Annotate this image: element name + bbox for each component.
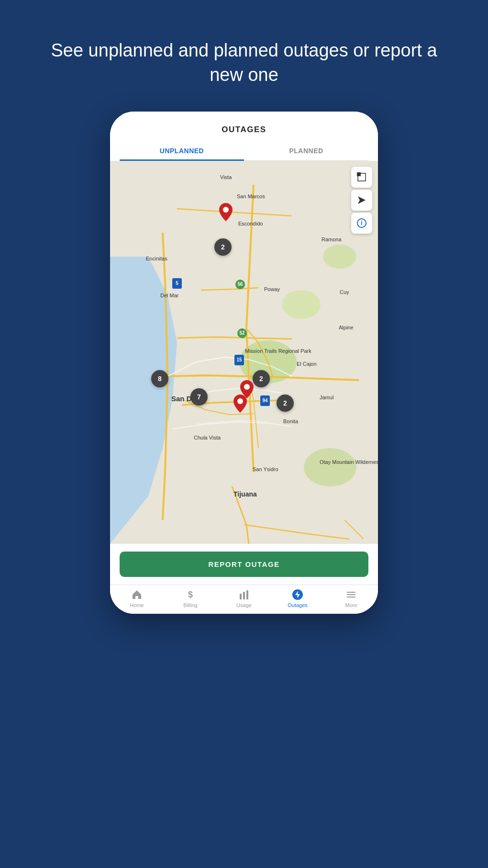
nav-outages-label: Outages: [288, 602, 308, 608]
badge-i94: 94: [260, 395, 270, 406]
nav-more[interactable]: More: [324, 589, 378, 608]
screen-header: OUTAGES UNPLANNED PLANNED: [110, 112, 378, 161]
svg-point-5: [323, 245, 356, 269]
tab-planned[interactable]: PLANNED: [244, 142, 368, 160]
home-icon: [131, 589, 143, 600]
svg-point-8: [237, 398, 243, 404]
badge-sr56: 56: [235, 280, 245, 289]
more-icon: [345, 589, 357, 600]
svg-rect-22: [347, 597, 355, 597]
cluster-count-7: 7: [190, 388, 208, 406]
svg-rect-21: [347, 594, 355, 595]
svg-point-3: [304, 448, 356, 486]
info-button[interactable]: i: [351, 213, 372, 234]
cluster-marker-2b[interactable]: 2: [253, 370, 270, 387]
nav-usage[interactable]: Usage: [217, 589, 271, 608]
cluster-count-2b: 2: [253, 370, 270, 387]
tab-unplanned[interactable]: UNPLANNED: [120, 142, 244, 161]
svg-rect-16: [243, 592, 245, 599]
svg-marker-11: [358, 196, 366, 204]
bottom-nav: Home $ Billing Usage Outages: [110, 585, 378, 614]
screen-title: OUTAGES: [120, 125, 368, 135]
badge-sr52: 52: [237, 328, 247, 338]
usage-icon: [238, 589, 250, 600]
location-button[interactable]: [351, 190, 372, 211]
svg-rect-17: [246, 590, 248, 599]
svg-rect-15: [240, 594, 242, 599]
tabs-container: UNPLANNED PLANNED: [120, 142, 368, 161]
pin-sandiego2[interactable]: [233, 395, 247, 413]
layers-button[interactable]: [351, 167, 372, 188]
billing-icon: $: [185, 589, 196, 600]
nav-home-label: Home: [130, 602, 144, 608]
badge-i15: 15: [234, 355, 244, 365]
cluster-marker-2a[interactable]: 2: [214, 238, 232, 256]
report-outage-button[interactable]: REPORT OUTAGE: [120, 552, 368, 577]
nav-usage-label: Usage: [236, 602, 252, 608]
svg-point-4: [282, 290, 321, 319]
svg-rect-20: [347, 592, 355, 593]
svg-text:$: $: [188, 590, 193, 599]
svg-point-6: [223, 207, 229, 213]
cluster-count-2c: 2: [277, 395, 294, 412]
nav-home[interactable]: Home: [110, 589, 164, 608]
pin-escondido[interactable]: [219, 203, 233, 221]
cluster-count-8: 8: [151, 370, 168, 387]
svg-text:i: i: [361, 220, 362, 226]
cluster-marker-7[interactable]: 7: [190, 388, 208, 406]
cluster-marker-8[interactable]: 8: [151, 370, 168, 387]
nav-more-label: More: [345, 602, 357, 608]
phone-frame: OUTAGES UNPLANNED PLANNED: [110, 112, 378, 614]
nav-billing-label: Billing: [183, 602, 197, 608]
svg-point-7: [244, 384, 250, 390]
map-controls: i: [351, 167, 372, 234]
outages-icon: [292, 589, 303, 600]
svg-rect-10: [357, 172, 361, 176]
nav-outages[interactable]: Outages: [271, 589, 324, 608]
map-container[interactable]: Vista San Marcos Escondido Encinitas Del…: [110, 161, 378, 544]
cluster-count-2a: 2: [214, 238, 232, 256]
badge-i5: 5: [172, 278, 182, 289]
hero-title: See unplanned and planned outages or rep…: [0, 38, 488, 88]
cluster-marker-2c[interactable]: 2: [277, 395, 294, 412]
nav-billing[interactable]: $ Billing: [164, 589, 217, 608]
